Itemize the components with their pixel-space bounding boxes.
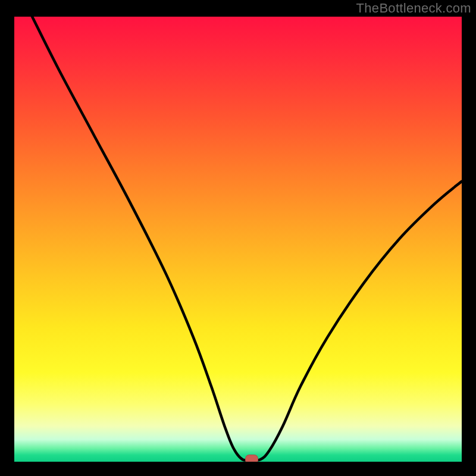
bottleneck-curve xyxy=(14,17,462,462)
plot-area xyxy=(14,17,462,462)
watermark-text: TheBottleneck.com xyxy=(356,1,471,16)
optimal-point-marker xyxy=(245,455,258,462)
chart-frame: TheBottleneck.com xyxy=(0,0,476,476)
